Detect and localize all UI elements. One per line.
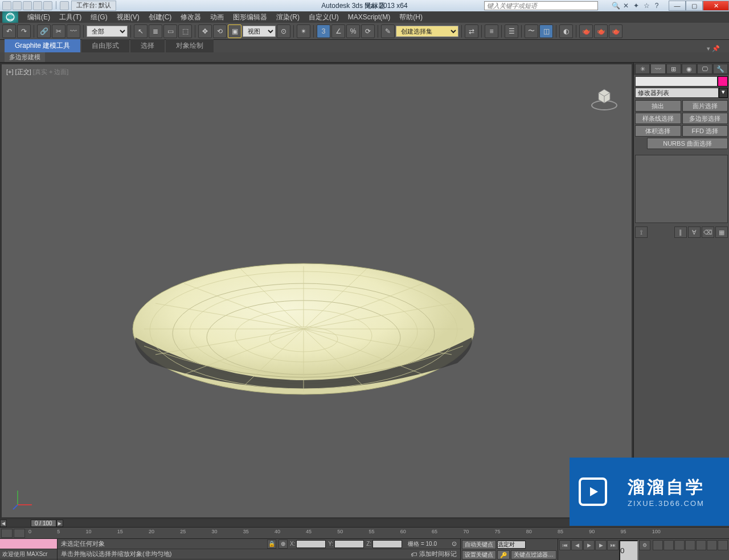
- zoom-icon[interactable]: [664, 540, 674, 550]
- set-spline-select[interactable]: 样条线选择: [635, 113, 681, 124]
- pan-icon[interactable]: [653, 540, 663, 550]
- set-ffd-select[interactable]: FFD 选择: [682, 125, 728, 137]
- favorite-icon[interactable]: ☆: [642, 2, 650, 10]
- select-by-name-button[interactable]: ≣: [149, 24, 162, 38]
- viewcube[interactable]: [587, 81, 621, 117]
- menu-customize[interactable]: 自定义(U): [304, 13, 343, 22]
- menu-edit[interactable]: 编辑(E): [23, 13, 55, 22]
- manipulate-button[interactable]: ✴: [297, 24, 310, 38]
- ribbon-pin-icon[interactable]: ▾ 📌: [707, 45, 720, 52]
- configure-sets-icon[interactable]: ▦: [715, 227, 728, 238]
- x-input[interactable]: [296, 540, 326, 548]
- goto-start-icon[interactable]: ⏮: [559, 540, 571, 550]
- ribbon-sub-label[interactable]: 多边形建模: [5, 52, 45, 62]
- make-unique-icon[interactable]: ∀: [688, 227, 701, 238]
- y-input[interactable]: [334, 540, 364, 548]
- layers-button[interactable]: ☰: [505, 24, 518, 38]
- track-bar[interactable]: 0510152025303540455055606570758085909510…: [0, 527, 729, 538]
- redo-icon[interactable]: [43, 1, 52, 10]
- angle-snap-button[interactable]: ∠: [331, 24, 345, 38]
- comm-center-icon[interactable]: ⊙: [452, 540, 457, 547]
- mirror-button[interactable]: ⇄: [465, 24, 478, 38]
- window-crossing-button[interactable]: ⬚: [178, 24, 192, 38]
- add-time-tag[interactable]: 添加时间标记: [419, 550, 457, 558]
- ribbon-tab-freeform[interactable]: 自由形式: [81, 39, 129, 52]
- lock-selection-icon[interactable]: 🔒: [267, 540, 276, 549]
- current-frame-input[interactable]: [619, 540, 638, 560]
- spinner-snap-button[interactable]: ⟳: [361, 24, 375, 38]
- setkey-button[interactable]: 设置关键点: [462, 550, 496, 559]
- ribbon-tab-selection[interactable]: 选择: [130, 39, 165, 52]
- abs-rel-icon[interactable]: ⊕: [279, 540, 288, 549]
- close-button[interactable]: ✕: [703, 1, 729, 11]
- render-button[interactable]: 🫖: [609, 24, 622, 38]
- display-tab-icon[interactable]: 🖵: [697, 64, 712, 74]
- key-filters-button[interactable]: 关键点过滤器…: [511, 550, 556, 559]
- named-selection-dropdown[interactable]: 创建选择集: [396, 26, 458, 37]
- rect-region-button[interactable]: ▭: [163, 24, 177, 38]
- maximize-viewport-icon[interactable]: [718, 540, 728, 550]
- ref-coord-dropdown[interactable]: 视图: [243, 26, 276, 37]
- schematic-view-button[interactable]: ◫: [539, 24, 553, 38]
- modify-tab-icon[interactable]: 〰: [650, 64, 665, 74]
- viewport[interactable]: [+] [正交] [真实 + 边面]: [0, 63, 633, 519]
- open-icon[interactable]: [13, 1, 22, 10]
- menu-create[interactable]: 创建(C): [144, 13, 177, 22]
- time-config-icon[interactable]: ⚙: [639, 540, 650, 550]
- menu-tools[interactable]: 工具(T): [55, 13, 86, 22]
- maxscript-listener[interactable]: 欢迎使用 MAXScr: [0, 539, 57, 560]
- motion-tab-icon[interactable]: ◉: [682, 64, 697, 74]
- rotate-button[interactable]: ⟲: [213, 24, 227, 38]
- autokey-button[interactable]: 自动关键点: [462, 540, 496, 549]
- help-icon[interactable]: ?: [653, 2, 661, 10]
- redo-button[interactable]: ↷: [17, 24, 31, 38]
- next-frame-icon[interactable]: ▶: [595, 540, 607, 550]
- material-editor-button[interactable]: ◐: [559, 24, 573, 38]
- orbit-icon[interactable]: [707, 540, 717, 550]
- object-name-input[interactable]: [635, 76, 718, 87]
- new-icon[interactable]: [2, 1, 11, 10]
- menu-maxscript[interactable]: MAXScript(M): [343, 13, 395, 21]
- viewport-label[interactable]: [+] [正交] [真实 + 边面]: [6, 68, 68, 76]
- set-nurbs-select[interactable]: NURBS 曲面选择: [647, 138, 728, 149]
- save-icon[interactable]: [23, 1, 32, 10]
- workspace-selector[interactable]: 工作台: 默认: [71, 1, 116, 11]
- modifier-stack[interactable]: [635, 155, 728, 223]
- link-button[interactable]: 🔗: [37, 24, 51, 38]
- zoom-all-icon[interactable]: [674, 540, 685, 550]
- set-vol-select[interactable]: 体积选择: [635, 125, 681, 137]
- menu-views[interactable]: 视图(V): [112, 13, 144, 22]
- project-icon[interactable]: [60, 1, 69, 10]
- key-target-dropdown[interactable]: [497, 541, 526, 549]
- set-patch-select[interactable]: 面片选择: [682, 100, 728, 112]
- time-prev-icon[interactable]: ◄: [0, 520, 7, 527]
- ribbon-tab-paint[interactable]: 对象绘制: [166, 39, 214, 52]
- create-tab-icon[interactable]: ✳: [635, 64, 650, 74]
- menu-modifiers[interactable]: 修改器: [176, 13, 206, 22]
- app-menu-icon[interactable]: [2, 11, 18, 23]
- select-object-button[interactable]: ↖: [134, 24, 148, 38]
- snap-toggle-button[interactable]: 3: [317, 24, 330, 38]
- pin-stack-icon[interactable]: ⟟: [635, 227, 648, 238]
- trackbar-key-icon[interactable]: [14, 529, 25, 538]
- undo-button[interactable]: ↶: [2, 24, 16, 38]
- menu-help[interactable]: 帮助(H): [395, 13, 427, 22]
- minimize-button[interactable]: —: [669, 1, 686, 11]
- render-setup-button[interactable]: 🫖: [579, 24, 593, 38]
- curve-editor-button[interactable]: 〜: [525, 24, 538, 38]
- prev-frame-icon[interactable]: ◀: [571, 540, 583, 550]
- scale-button[interactable]: ▣: [228, 24, 241, 38]
- maximize-button[interactable]: ▢: [686, 1, 703, 11]
- unlink-button[interactable]: ✂: [52, 24, 65, 38]
- percent-snap-button[interactable]: %: [346, 24, 360, 38]
- time-label[interactable]: 0 / 100: [31, 520, 56, 527]
- fov-icon[interactable]: [696, 540, 706, 550]
- menu-rendering[interactable]: 渲染(R): [272, 13, 304, 22]
- ribbon-tab-graphite[interactable]: Graphite 建模工具: [5, 39, 80, 52]
- pivot-center-button[interactable]: ⊙: [277, 24, 290, 38]
- rendered-frame-button[interactable]: 🫖: [594, 24, 608, 38]
- time-next-icon[interactable]: ►: [56, 520, 63, 527]
- move-button[interactable]: ✥: [198, 24, 212, 38]
- signin-icon[interactable]: ✕: [622, 2, 630, 10]
- remove-modifier-icon[interactable]: ⌫: [702, 227, 714, 238]
